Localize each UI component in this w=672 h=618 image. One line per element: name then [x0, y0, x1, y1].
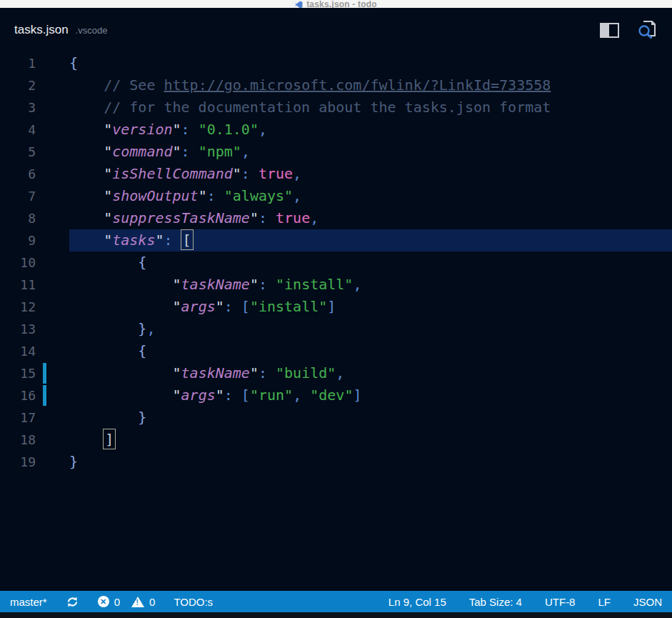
gutter: [36, 207, 69, 229]
code-line[interactable]: 16 "args": ["run", "dev"]: [0, 384, 672, 407]
line-number[interactable]: 3: [0, 96, 36, 119]
code-token-punct: ,: [336, 364, 344, 382]
code-token-quote: ": [155, 231, 164, 249]
line-number[interactable]: 6: [0, 163, 36, 185]
error-count: 0: [114, 596, 120, 608]
line-number[interactable]: 18: [0, 429, 36, 451]
code-line-content[interactable]: {: [69, 340, 672, 362]
code-line-content[interactable]: "suppressTaskName": true,: [69, 207, 672, 229]
git-branch-indicator[interactable]: master*: [10, 596, 47, 608]
line-number[interactable]: 9: [0, 229, 36, 251]
encoding-indicator[interactable]: UTF-8: [545, 596, 576, 608]
code-line-content[interactable]: "taskName": "build",: [69, 362, 672, 384]
code-line[interactable]: 4 "version": "0.1.0",: [0, 119, 672, 141]
line-number[interactable]: 15: [0, 362, 36, 384]
split-editor-icon[interactable]: [600, 23, 619, 38]
line-number[interactable]: 13: [0, 318, 36, 340]
editor-actions: [600, 20, 658, 40]
editor-folder-label: .vscode: [76, 25, 108, 36]
code-token-brace: {: [138, 254, 146, 271]
todo-indicator[interactable]: TODO:s: [174, 596, 213, 608]
code-line-content[interactable]: {: [69, 251, 672, 274]
code-line[interactable]: 12 "args": ["install"]: [0, 296, 672, 318]
code-editor[interactable]: 1{2 // See http://go.microsoft.com/fwlin…: [0, 52, 672, 591]
code-line[interactable]: 19}: [0, 451, 672, 473]
code-line-content[interactable]: {: [69, 52, 672, 74]
code-line[interactable]: 18 ]: [0, 429, 672, 451]
line-number[interactable]: 12: [0, 296, 36, 318]
line-number[interactable]: 8: [0, 207, 36, 229]
tab-size-indicator[interactable]: Tab Size: 4: [469, 596, 522, 608]
line-number[interactable]: 2: [0, 74, 36, 96]
code-line[interactable]: 5 "command": "npm",: [0, 141, 672, 163]
code-token-quote: ": [173, 121, 181, 138]
code-line[interactable]: 11 "taskName": "install",: [0, 274, 672, 296]
code-line[interactable]: 6 "isShellCommand": true,: [0, 163, 672, 185]
code-token-quote: ": [250, 209, 259, 226]
code-line-content[interactable]: "showOutput": "always",: [69, 185, 672, 207]
code-token-string: "build": [276, 364, 336, 382]
problems-indicator[interactable]: ✕ 0 ! 0: [98, 596, 156, 608]
eol-indicator[interactable]: LF: [598, 596, 611, 608]
line-number[interactable]: 19: [0, 451, 36, 473]
code-token-quote: ": [173, 364, 181, 382]
code-token-comment-link: http://go.microsoft.com/fwlink/?LinkId=7…: [164, 76, 551, 94]
line-number[interactable]: 10: [0, 251, 36, 274]
code-line-content[interactable]: },: [69, 318, 672, 340]
code-line-content[interactable]: "taskName": "install",: [69, 274, 672, 296]
code-line-content[interactable]: "tasks": [: [69, 229, 672, 251]
status-bar: master* ✕ 0 !: [0, 591, 672, 612]
line-number[interactable]: 14: [0, 340, 36, 362]
gutter: [36, 362, 69, 384]
code-line[interactable]: 7 "showOutput": "always",: [0, 185, 672, 207]
language-mode-indicator[interactable]: JSON: [633, 596, 662, 608]
line-number[interactable]: 5: [0, 141, 36, 163]
code-line[interactable]: 3 // for the documentation about the tas…: [0, 96, 672, 119]
code-line[interactable]: 9 "tasks": [: [0, 229, 672, 251]
code-line-content[interactable]: ]: [69, 429, 672, 451]
code-line[interactable]: 2 // See http://go.microsoft.com/fwlink/…: [0, 74, 672, 96]
code-line[interactable]: 8 "suppressTaskName": true,: [0, 207, 672, 229]
code-token-plain: [69, 231, 104, 249]
line-number[interactable]: 7: [0, 185, 36, 207]
code-token-brace: {: [69, 54, 78, 71]
code-line-content[interactable]: "version": "0.1.0",: [69, 119, 672, 141]
tab-size-label: Tab Size: 4: [469, 596, 522, 608]
open-preview-icon[interactable]: [636, 20, 658, 40]
code-line-content[interactable]: // for the documentation about the tasks…: [69, 96, 672, 119]
code-line[interactable]: 13 },: [0, 318, 672, 340]
cursor-position-indicator[interactable]: Ln 9, Col 15: [388, 596, 446, 608]
line-number[interactable]: 16: [0, 384, 36, 407]
code-line[interactable]: 17 }: [0, 407, 672, 429]
line-number[interactable]: 4: [0, 119, 36, 141]
code-line[interactable]: 14 {: [0, 340, 672, 362]
code-token-plain: [69, 209, 104, 226]
code-line[interactable]: 10 {: [0, 251, 672, 274]
code-token-plain: [69, 76, 104, 94]
sync-button[interactable]: [66, 595, 79, 609]
code-token-key: version: [112, 121, 172, 138]
code-line[interactable]: 1{: [0, 52, 672, 74]
gutter: [36, 251, 69, 274]
code-line[interactable]: 15 "taskName": "build",: [0, 362, 672, 384]
line-number[interactable]: 17: [0, 407, 36, 429]
code-line-content[interactable]: // See http://go.microsoft.com/fwlink/?L…: [69, 74, 672, 96]
code-token-brace: }: [138, 320, 146, 337]
code-token-punct: [: [241, 298, 250, 315]
code-token-key: args: [181, 298, 216, 315]
code-line-content[interactable]: "args": ["run", "dev"]: [69, 384, 672, 407]
code-token-brace: {: [138, 342, 146, 359]
code-line-content[interactable]: "args": ["install"]: [69, 296, 672, 318]
code-token-plain: [69, 143, 104, 160]
line-number[interactable]: 11: [0, 274, 36, 296]
code-line-content[interactable]: "isShellCommand": true,: [69, 163, 672, 185]
code-token-punct: :: [224, 387, 241, 404]
code-token-plain: [69, 254, 138, 271]
code-token-quote: ": [250, 276, 259, 293]
code-token-punct: :: [241, 165, 259, 182]
line-number[interactable]: 1: [0, 52, 36, 74]
code-line-content[interactable]: }: [69, 407, 672, 429]
code-line-content[interactable]: "command": "npm",: [69, 141, 672, 163]
code-line-content[interactable]: }: [69, 451, 672, 473]
gutter: [36, 384, 69, 407]
